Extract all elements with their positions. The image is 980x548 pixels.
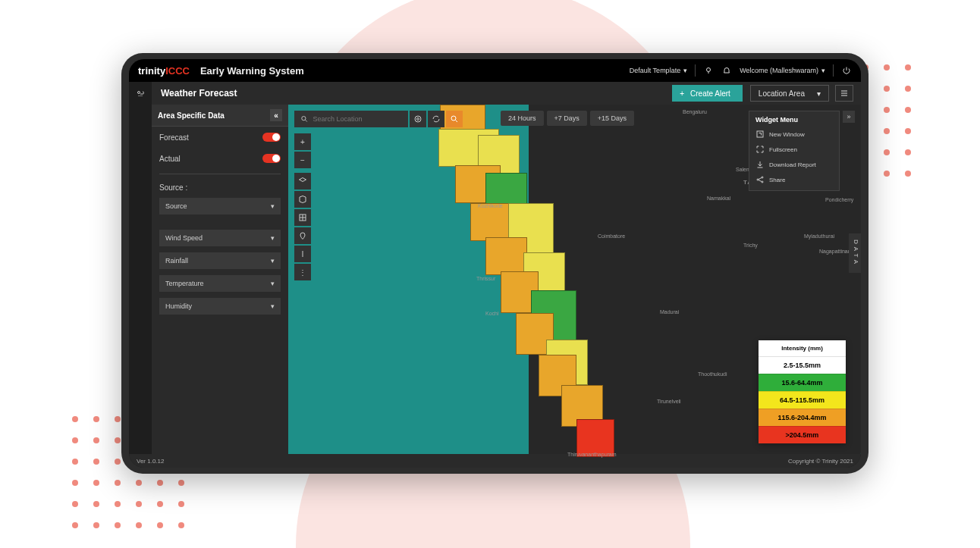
- refresh-button[interactable]: [428, 111, 444, 127]
- bell-icon[interactable]: [721, 65, 732, 76]
- svg-point-1: [138, 92, 140, 94]
- city-label: Thiruvananthapuram: [567, 452, 617, 457]
- sidebar: Area Specific Data « Forecast Actual Sou…: [152, 105, 288, 454]
- widget-menu-share[interactable]: Share: [749, 172, 839, 187]
- fullscreen-icon: [755, 145, 765, 154]
- list-view-button[interactable]: [835, 85, 853, 102]
- device-frame: trinityICCC Early Warning System Default…: [121, 53, 868, 474]
- city-label: Trichy: [743, 243, 758, 248]
- legend-title: Intensity (mm): [759, 340, 846, 356]
- svg-point-2: [302, 116, 306, 120]
- svg-point-8: [757, 179, 759, 180]
- widget-menu-download[interactable]: Download Report: [749, 157, 839, 172]
- actual-toggle-row: Actual: [152, 148, 288, 169]
- svg-rect-7: [757, 131, 763, 137]
- time-range-tabs: 24 Hours +7 Days +15 Days: [501, 111, 634, 126]
- svg-point-5: [451, 116, 456, 121]
- time-range-7d[interactable]: +7 Days: [547, 111, 587, 126]
- city-label: Myladuthurai: [804, 233, 834, 239]
- widget-menu-title: Widget Menu: [749, 111, 839, 127]
- template-dropdown[interactable]: Default Template▾: [630, 67, 687, 74]
- city-label: Kozhikode: [478, 203, 503, 208]
- source-select[interactable]: Source▾: [159, 198, 281, 215]
- city-label: Thrissur: [476, 276, 495, 281]
- temperature-select[interactable]: Temperature▾: [159, 275, 281, 292]
- svg-point-3: [417, 118, 419, 121]
- download-icon: [755, 160, 765, 169]
- map-tool-layers[interactable]: [294, 173, 311, 189]
- legend-row: 64.5-115.5mm: [759, 391, 846, 409]
- widget-menu: Widget Menu New Window Fullscreen Downlo…: [749, 111, 840, 191]
- city-label: Nagapattinam: [819, 249, 853, 254]
- new-window-icon: [755, 130, 765, 139]
- location-area-dropdown[interactable]: Location Area▾: [750, 85, 829, 102]
- search-location[interactable]: [294, 111, 408, 127]
- city-label: Madurai: [660, 309, 679, 315]
- map-tool-more[interactable]: ⋮: [294, 264, 311, 280]
- source-label: Source :: [152, 179, 288, 195]
- share-icon: [755, 175, 765, 184]
- nav-weather-icon[interactable]: [129, 82, 152, 105]
- city-label: Pondicherry: [825, 197, 853, 202]
- map-tool-area[interactable]: [294, 191, 311, 208]
- map-tool-grid[interactable]: [294, 209, 311, 226]
- bulb-icon[interactable]: [703, 65, 714, 76]
- brand-logo: trinityICCC: [138, 65, 190, 77]
- footer: Ver 1.0.12 Copyright © Trinity 2021: [129, 454, 861, 468]
- city-label: Coimbatore: [598, 233, 625, 239]
- rainfall-select[interactable]: Rainfall▾: [159, 252, 281, 269]
- widget-menu-trigger[interactable]: »: [843, 111, 855, 123]
- copyright-label: Copyright © Trinity 2021: [788, 458, 853, 465]
- svg-point-4: [415, 116, 421, 122]
- power-icon[interactable]: [841, 65, 852, 76]
- titlebar: trinityICCC Early Warning System Default…: [129, 59, 861, 82]
- forecast-toggle-row: Forecast: [152, 127, 288, 148]
- data-tab[interactable]: DATA: [849, 233, 861, 273]
- create-alert-button[interactable]: + Create Alert: [672, 85, 743, 102]
- page-header: Weather Forecast + Create Alert Location…: [129, 82, 861, 105]
- plus-icon: +: [680, 89, 684, 98]
- forecast-toggle[interactable]: [262, 133, 281, 142]
- humidity-select[interactable]: Humidity▾: [159, 298, 281, 315]
- zoom-in-button[interactable]: +: [294, 133, 311, 150]
- svg-point-10: [762, 181, 763, 183]
- map-tool-pin[interactable]: [294, 227, 311, 244]
- map-legend: Intensity (mm) 2.5-15.5mm15.6-64.4mm64.5…: [759, 340, 846, 443]
- page-title: Weather Forecast: [161, 88, 237, 99]
- actual-toggle[interactable]: [262, 154, 281, 163]
- time-range-24h[interactable]: 24 Hours: [501, 111, 544, 126]
- user-menu[interactable]: Welcome (Malleshwaram)▾: [740, 67, 825, 74]
- sidebar-section-header: Area Specific Data «: [152, 105, 288, 127]
- legend-row: 15.6-64.4mm: [759, 374, 846, 391]
- city-label: Tirunelveli: [657, 399, 681, 404]
- city-label: Kochi: [485, 311, 499, 316]
- city-label: Thoothukudi: [698, 371, 727, 377]
- locate-button[interactable]: [410, 111, 426, 127]
- legend-row: 115.6-204.4mm: [759, 409, 846, 426]
- zoom-out-button[interactable]: −: [294, 152, 311, 168]
- city-label: Bengaluru: [683, 109, 707, 114]
- legend-row: 2.5-15.5mm: [759, 356, 846, 374]
- legend-row: >204.5mm: [759, 426, 846, 443]
- city-label: Namakkal: [707, 196, 730, 201]
- filter-button[interactable]: [446, 111, 463, 127]
- svg-point-0: [707, 68, 711, 72]
- widget-menu-fullscreen[interactable]: Fullscreen: [749, 142, 839, 157]
- collapse-sidebar-button[interactable]: «: [270, 109, 282, 121]
- wind-speed-select[interactable]: Wind Speed▾: [159, 230, 281, 246]
- map-tool-measure[interactable]: [294, 246, 311, 262]
- time-range-15d[interactable]: +15 Days: [590, 111, 634, 126]
- search-input[interactable]: [313, 115, 402, 123]
- version-label: Ver 1.0.12: [137, 458, 164, 465]
- search-icon: [300, 114, 309, 124]
- svg-point-9: [762, 177, 763, 178]
- app-title: Early Warning System: [200, 65, 304, 77]
- left-nav-rail: [129, 105, 152, 454]
- widget-menu-new-window[interactable]: New Window: [749, 127, 839, 142]
- map-canvas[interactable]: TAMIL NADU MysuruBengaluruTirupatturSale…: [288, 105, 861, 454]
